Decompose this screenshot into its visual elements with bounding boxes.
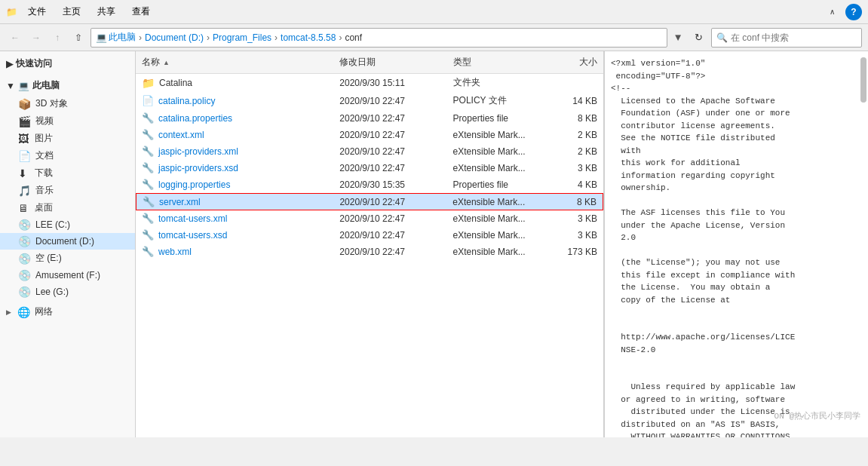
breadcrumb-sep2: › — [207, 32, 210, 43]
menu-file[interactable]: 文件 — [20, 2, 54, 21]
menu-view[interactable]: 查看 — [124, 2, 158, 21]
file-name: jaspic-providers.xsd — [158, 163, 238, 173]
file-date: 2020/9/10 22:47 — [333, 96, 446, 106]
table-row[interactable]: 📁 Catalina 2020/9/30 15:11 文件夹 — [136, 74, 603, 92]
pictures-label: 图片 — [35, 132, 53, 145]
props-icon: 🔧 — [142, 112, 154, 124]
sidebar-item-drive-c[interactable]: 💿 LEE (C:) — [0, 216, 135, 233]
music-label: 音乐 — [35, 184, 54, 197]
breadcrumb-bar: 💻 此电脑 › Document (D:) › Program_Files › … — [90, 28, 667, 48]
drive-c-icon: 💿 — [18, 219, 31, 231]
table-row[interactable]: 📄 catalina.policy 2020/9/10 22:47 POLICY… — [136, 92, 603, 110]
file-date: 2020/9/10 22:47 — [333, 247, 446, 257]
table-row[interactable]: 🔧 jaspic-providers.xml 2020/9/10 22:47 e… — [136, 143, 603, 160]
breadcrumb-d[interactable]: Document (D:) — [145, 32, 204, 43]
sidebar-item-drive-d[interactable]: 💿 Document (D:) — [0, 233, 135, 250]
sidebar-item-drive-e[interactable]: 💿 空 (E:) — [0, 250, 135, 267]
file-name: context.xml — [158, 130, 204, 140]
file-size: 8 KB — [546, 197, 603, 207]
title-bar: 📁 文件 主页 共享 查看 ∧ ? — [0, 0, 868, 24]
file-type: eXtensible Mark... — [447, 163, 547, 173]
3d-icon: 📦 — [18, 98, 31, 110]
file-date: 2020/9/10 22:47 — [333, 113, 446, 124]
file-size: 4 KB — [546, 179, 603, 190]
title-bar-right: ∧ ? — [821, 2, 862, 23]
xml-icon: 🔧 — [142, 229, 154, 241]
file-type: 文件夹 — [447, 76, 547, 89]
table-row[interactable]: 🔧 jaspic-providers.xsd 2020/9/10 22:47 e… — [136, 160, 603, 176]
sidebar-item-drive-f[interactable]: 💿 Amusement (F:) — [0, 267, 135, 284]
breadcrumb-sep1: › — [139, 32, 142, 43]
3d-label: 3D 对象 — [35, 97, 68, 110]
collapse-ribbon-btn[interactable]: ∧ — [821, 2, 842, 23]
up-btn[interactable]: ↑ — [48, 29, 66, 47]
breadcrumb-tomcat[interactable]: tomcat-8.5.58 — [281, 32, 336, 43]
sidebar-item-drive-g[interactable]: 💿 Lee (G:) — [0, 284, 135, 300]
parent-btn[interactable]: ⇧ — [69, 29, 87, 47]
menu-share[interactable]: 共享 — [90, 2, 123, 21]
help-btn[interactable]: ? — [845, 4, 862, 20]
pictures-icon: 🖼 — [18, 133, 30, 145]
breadcrumb-programfiles[interactable]: Program_Files — [213, 32, 271, 43]
sidebar-item-pictures[interactable]: 🖼 图片 — [0, 130, 135, 147]
search-input[interactable] — [731, 32, 857, 43]
table-row[interactable]: 🔧 context.xml 2020/9/10 22:47 eXtensible… — [136, 127, 603, 143]
table-row[interactable]: 🔧 tomcat-users.xml 2020/9/10 22:47 eXten… — [136, 210, 603, 227]
xml-icon: 🔧 — [142, 146, 154, 157]
table-row[interactable]: 🔧 web.xml 2020/9/10 22:47 eXtensible Mar… — [136, 244, 603, 260]
window-icon: 📁 — [6, 7, 17, 17]
forward-btn[interactable]: → — [27, 29, 45, 47]
sidebar-item-docs[interactable]: 📄 文档 — [0, 147, 135, 164]
col-header-date[interactable]: 修改日期 — [333, 54, 446, 70]
file-rows: 📁 Catalina 2020/9/30 15:11 文件夹 📄 catalin… — [136, 74, 603, 260]
file-icon: 📄 — [142, 95, 154, 106]
drive-f-label: Amusement (F:) — [35, 270, 100, 281]
file-list-header: 名称 ▲ 修改日期 类型 大小 — [136, 51, 603, 74]
file-type: Properties file — [447, 179, 547, 190]
breadcrumb-sep4: › — [339, 32, 342, 43]
refresh-btn[interactable]: ↻ — [689, 28, 708, 48]
table-row[interactable]: 🔧 logging.properties 2020/9/30 15:35 Pro… — [136, 176, 603, 193]
file-date: 2020/9/30 15:35 — [333, 179, 446, 190]
drive-d-label: Document (D:) — [35, 236, 94, 247]
sidebar-this-pc[interactable]: ▼ 💻 此电脑 — [0, 76, 135, 95]
search-icon: 🔍 — [716, 32, 728, 43]
sidebar-item-music[interactable]: 🎵 音乐 — [0, 182, 135, 199]
address-dropdown-btn[interactable]: ▼ — [670, 28, 686, 48]
table-row[interactable]: 🔧 server.xml 2020/9/10 22:47 eXtensible … — [136, 193, 603, 210]
sidebar-item-downloads[interactable]: ⬇ 下载 — [0, 164, 135, 182]
col-header-name[interactable]: 名称 ▲ — [136, 54, 333, 70]
file-type: eXtensible Mark... — [447, 146, 547, 157]
file-type: eXtensible Mark... — [447, 247, 547, 257]
breadcrumb-thispc[interactable]: 此电脑 — [109, 31, 136, 44]
col-header-type[interactable]: 类型 — [447, 54, 547, 70]
col-header-size[interactable]: 大小 — [546, 54, 603, 70]
sidebar-item-desktop[interactable]: 🖥 桌面 — [0, 199, 135, 216]
file-date: 2020/9/10 22:47 — [333, 213, 446, 224]
file-name: tomcat-users.xml — [158, 213, 227, 224]
title-bar-left: 📁 — [6, 7, 20, 17]
sidebar-item-network[interactable]: ▶ 🌐 网络 — [0, 303, 135, 320]
xml-icon: 🔧 — [143, 196, 155, 207]
file-type: eXtensible Mark... — [447, 130, 547, 140]
file-size: 3 KB — [546, 163, 603, 173]
menu-home[interactable]: 主页 — [55, 2, 88, 21]
file-size: 2 KB — [546, 130, 603, 140]
back-btn[interactable]: ← — [6, 29, 24, 47]
file-type: Properties file — [447, 113, 547, 124]
thispc-icon: 💻 — [18, 81, 29, 91]
sidebar-quick-access[interactable]: ▶ 快速访问 — [0, 54, 135, 73]
scrollbar-thumb[interactable] — [860, 57, 866, 103]
file-type: eXtensible Mark... — [447, 213, 547, 224]
xml-icon: 🔧 — [142, 162, 154, 173]
drive-g-label: Lee (G:) — [35, 287, 69, 297]
preview-panel: <?xml version="1.0" encoding="UTF-8"?> <… — [604, 51, 868, 437]
desktop-icon: 🖥 — [18, 202, 30, 214]
file-size: 2 KB — [546, 146, 603, 157]
table-row[interactable]: 🔧 tomcat-users.xsd 2020/9/10 22:47 eXten… — [136, 227, 603, 244]
main-content: ▶ 快速访问 ▼ 💻 此电脑 📦 3D 对象 🎬 视频 🖼 图片 📄 文档 ⬇ … — [0, 51, 868, 437]
sidebar-item-video[interactable]: 🎬 视频 — [0, 112, 135, 130]
sidebar-item-3d[interactable]: 📦 3D 对象 — [0, 95, 135, 112]
table-row[interactable]: 🔧 catalina.properties 2020/9/10 22:47 Pr… — [136, 110, 603, 127]
file-name: catalina.policy — [158, 96, 215, 106]
